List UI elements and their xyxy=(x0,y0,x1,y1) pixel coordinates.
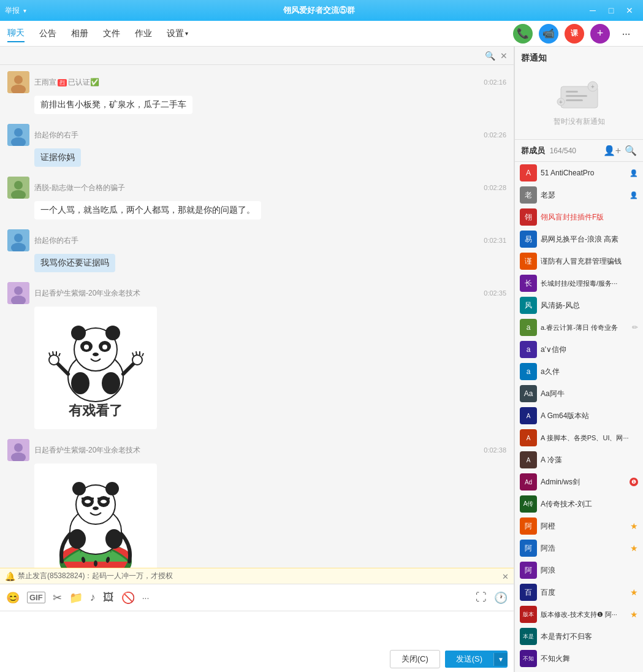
member-name: A 冷藻 xyxy=(541,455,638,465)
avatar: A xyxy=(520,429,537,446)
more-icon-btn[interactable]: ··· xyxy=(616,24,636,44)
list-item[interactable]: a a.睿云计算-薄日 传奇业务 ✏ xyxy=(515,316,643,338)
nav-chat[interactable]: 聊天 xyxy=(7,25,25,42)
notice-bar: 🔔 禁止发言(85382824)：起码一人冲一万，才授权 ✕ xyxy=(0,568,514,584)
member-name: 不知火舞 xyxy=(541,654,638,664)
list-item[interactable]: 不知 不知火舞 xyxy=(515,647,643,670)
search-message-icon[interactable]: 🔍 xyxy=(482,51,498,61)
minimize-button[interactable]: ─ xyxy=(584,3,601,18)
send-button[interactable]: 发送(S) xyxy=(445,651,493,668)
cut-icon[interactable]: ✂ xyxy=(53,591,62,605)
svg-point-27 xyxy=(132,355,142,365)
list-item[interactable]: A传 A传奇技术-刘工 xyxy=(515,493,643,515)
svg-point-23 xyxy=(93,353,99,356)
list-item[interactable]: 阿 阿浪 xyxy=(515,559,643,581)
panda-sticker-svg xyxy=(47,316,145,408)
list-item[interactable]: 风 风清扬-风总 xyxy=(515,294,643,316)
video-icon-btn[interactable]: 📹 xyxy=(539,24,558,44)
msg-body xyxy=(34,464,506,568)
add-member-icon[interactable]: 👤+ xyxy=(603,145,621,156)
send-button-wrap: 发送(S) ▼ xyxy=(445,651,508,668)
nav-homework[interactable]: 作业 xyxy=(135,26,152,42)
member-name: a久伴 xyxy=(541,367,638,377)
svg-rect-63 xyxy=(566,95,587,97)
message-top-bar: 🔍 ✕ xyxy=(0,47,514,65)
list-item[interactable]: 老 老瑟 👤 xyxy=(515,184,643,206)
msg-sender: 日起香炉生紫烟-20年业余老技术 xyxy=(34,445,140,456)
list-item[interactable]: 采紫 采紫薇的凌霄子 xyxy=(515,670,643,672)
avatar: 长 xyxy=(520,275,537,292)
group-notice: 群通知 + + 暂时没有新通知 xyxy=(515,47,643,140)
restore-button[interactable]: □ xyxy=(603,3,620,18)
more-toolbar-icon[interactable]: ··· xyxy=(142,593,150,603)
msg-header: 抬起你的右手 0:02:31 xyxy=(7,229,506,251)
list-item[interactable]: Aa Aa阿牛 xyxy=(515,383,643,405)
list-item[interactable]: 长 长城封挂/处理报毒/服务··· xyxy=(515,272,643,294)
msg-body: 有戏看了 xyxy=(34,307,506,429)
list-item[interactable]: A A 冷藻 xyxy=(515,449,643,471)
close-button[interactable]: 关闭(C) xyxy=(390,650,440,668)
svg-line-28 xyxy=(49,353,50,356)
msg-time: 0:02:38 xyxy=(484,446,506,454)
list-item[interactable]: a a'∨信仰 xyxy=(515,338,643,361)
message-row: 日起香炉生紫烟-20年业余老技术 0:02:38 xyxy=(7,439,506,568)
avatar xyxy=(7,439,29,461)
list-item[interactable]: 阿 阿浩 ★ xyxy=(515,537,643,559)
avatar: 百 xyxy=(520,584,537,601)
nav-album[interactable]: 相册 xyxy=(71,26,88,42)
message-row: 日起香炉生紫烟-20年业余老技术 0:02:35 xyxy=(7,282,506,429)
close-button[interactable]: ✕ xyxy=(621,3,638,18)
folder-icon[interactable]: 📁 xyxy=(69,591,83,605)
course-icon-btn[interactable]: 课 xyxy=(565,24,584,44)
image-icon[interactable]: 🖼 xyxy=(103,591,114,604)
list-item[interactable]: a a久伴 xyxy=(515,361,643,383)
list-item[interactable]: A A 接脚本、各类PS、UI、网··· xyxy=(515,427,643,449)
svg-point-39 xyxy=(14,443,23,452)
message-input[interactable] xyxy=(6,615,508,647)
send-arrow-button[interactable]: ▼ xyxy=(493,653,508,666)
notice-empty-text: 暂时没有新通知 xyxy=(554,116,605,127)
sticker-text: 有戏看了 xyxy=(69,402,123,420)
chat-toolbar: 😊 GIF ✂ 📁 ♪ 🖼 🚫 ··· ⛶ 🕐 xyxy=(0,584,514,611)
nav-settings[interactable]: 设置 ▾ xyxy=(167,26,188,42)
expand-icon[interactable]: ⛶ xyxy=(476,591,487,604)
message-row: 洒脱-励志做一个合格的骗子 0:02:28 一个人骂，就当吃瓜，两个人都骂，那就… xyxy=(7,177,506,220)
avatar xyxy=(7,282,29,304)
add-icon-btn[interactable]: + xyxy=(590,24,610,44)
list-item[interactable]: 百 百度 ★ xyxy=(515,581,643,603)
avatar: A xyxy=(520,164,537,181)
svg-point-26 xyxy=(49,355,59,365)
list-item[interactable]: Ad Admin/ws剑 ❶ xyxy=(515,471,643,493)
report-arrow-icon[interactable]: ▾ xyxy=(23,7,26,14)
list-item[interactable]: 阿 阿橙 ★ xyxy=(515,515,643,537)
list-item[interactable]: 翎 翎风盲封挂插件F版 xyxy=(515,206,643,228)
avatar: 本是 xyxy=(520,628,537,645)
search-member-icon[interactable]: 🔍 xyxy=(625,145,637,156)
list-item[interactable]: 版本 版本修改-技术支持❶ 阿··· ★ xyxy=(515,603,643,625)
report-label[interactable]: 举报 xyxy=(5,6,20,16)
msg-sender: 抬起你的右手 xyxy=(34,130,78,140)
msg-time: 0:02:28 xyxy=(484,184,506,191)
list-item[interactable]: A 51 AntiCheatPro 👤 xyxy=(515,162,643,184)
list-item[interactable]: 谨 谨防有人冒充群管理骗钱 xyxy=(515,250,643,272)
nav-announce[interactable]: 公告 xyxy=(39,26,56,42)
list-item[interactable]: 本是 本是青灯不归客 xyxy=(515,625,643,647)
member-name: 老瑟 xyxy=(541,190,626,200)
emoji-icon[interactable]: 😊 xyxy=(6,591,20,605)
member-edit-icon[interactable]: ✏ xyxy=(632,323,638,332)
phone-icon-btn[interactable]: 📞 xyxy=(513,24,533,44)
nav-file[interactable]: 文件 xyxy=(103,26,120,42)
members-header: 群成员 164/540 👤+ 🔍 xyxy=(515,140,643,162)
member-name: 51 AntiCheatPro xyxy=(541,169,626,177)
block-icon[interactable]: 🚫 xyxy=(121,591,135,605)
close-message-icon[interactable]: ✕ xyxy=(498,51,510,61)
clock-icon[interactable]: 🕐 xyxy=(494,591,508,605)
music-icon[interactable]: ♪ xyxy=(90,591,96,604)
list-item[interactable]: 易 易网兑换平台-浪浪 高素 xyxy=(515,228,643,250)
gif-icon[interactable]: GIF xyxy=(27,592,45,603)
list-item[interactable]: A A Gm64版本站 xyxy=(515,405,643,427)
nav-items: 聊天 公告 相册 文件 作业 设置 ▾ xyxy=(7,25,188,42)
notice-icon: 🔔 xyxy=(5,571,15,581)
member-name: A传奇技术-刘工 xyxy=(541,499,638,510)
notice-close-icon[interactable]: ✕ xyxy=(502,571,509,581)
